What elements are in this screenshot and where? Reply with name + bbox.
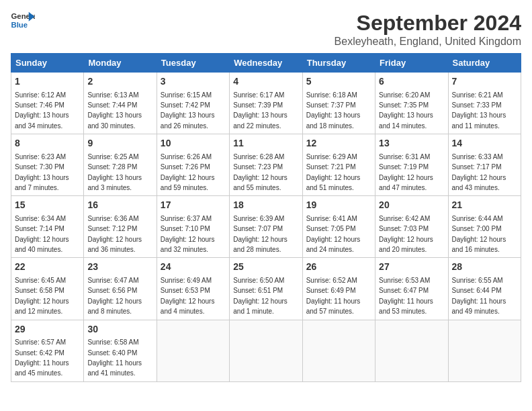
sunrise-info: Sunrise: 6:13 AM	[87, 91, 138, 99]
daylight-label: Daylight: 11 hours and 53 minutes.	[379, 298, 433, 315]
sunset-info: Sunset: 6:58 PM	[15, 287, 64, 294]
table-row: 19 Sunrise: 6:41 AM Sunset: 7:05 PM Dayl…	[302, 196, 375, 258]
sunset-info: Sunset: 6:47 PM	[379, 287, 429, 294]
table-row: 30 Sunrise: 6:58 AM Sunset: 6:40 PM Dayl…	[84, 320, 157, 381]
daylight-label: Daylight: 13 hours and 34 minutes.	[15, 111, 69, 129]
day-number: 15	[15, 199, 80, 212]
daylight-label: Daylight: 12 hours and 28 minutes.	[233, 236, 287, 253]
header-tuesday: Tuesday	[157, 54, 229, 73]
sunrise-info: Sunrise: 6:44 AM	[452, 215, 503, 222]
daylight-label: Daylight: 12 hours and 12 minutes.	[15, 298, 69, 315]
sunrise-info: Sunrise: 6:28 AM	[233, 153, 284, 161]
day-number: 14	[452, 137, 517, 150]
sunset-info: Sunset: 7:37 PM	[306, 101, 356, 109]
table-row: 4 Sunrise: 6:17 AM Sunset: 7:39 PM Dayli…	[230, 73, 302, 134]
daylight-label: Daylight: 12 hours and 1 minute.	[233, 298, 287, 315]
sunrise-info: Sunrise: 6:42 AM	[379, 215, 430, 222]
day-number: 20	[379, 199, 444, 212]
daylight-label: Daylight: 13 hours and 18 minutes.	[306, 111, 361, 129]
sunrise-info: Sunrise: 6:50 AM	[233, 277, 284, 284]
sunrise-info: Sunrise: 6:25 AM	[87, 153, 138, 161]
sunrise-info: Sunrise: 6:29 AM	[306, 153, 357, 161]
sunset-info: Sunset: 6:40 PM	[87, 349, 137, 357]
sunset-info: Sunset: 7:39 PM	[233, 101, 283, 109]
table-row: 8 Sunrise: 6:23 AM Sunset: 7:30 PM Dayli…	[11, 134, 84, 196]
sunrise-info: Sunrise: 6:26 AM	[161, 153, 212, 161]
table-row: 11 Sunrise: 6:28 AM Sunset: 7:23 PM Dayl…	[230, 134, 302, 196]
day-number: 28	[452, 261, 517, 274]
daylight-label: Daylight: 11 hours and 41 minutes.	[87, 359, 142, 377]
table-row: 15 Sunrise: 6:34 AM Sunset: 7:14 PM Dayl…	[11, 196, 84, 258]
sunrise-info: Sunrise: 6:15 AM	[161, 91, 212, 99]
calendar-week-row: 22 Sunrise: 6:45 AM Sunset: 6:58 PM Dayl…	[11, 258, 521, 320]
daylight-label: Daylight: 11 hours and 49 minutes.	[452, 298, 506, 315]
day-number: 13	[379, 137, 444, 150]
daylight-label: Daylight: 13 hours and 22 minutes.	[233, 111, 287, 129]
sunset-info: Sunset: 7:44 PM	[87, 101, 137, 109]
sunset-info: Sunset: 7:30 PM	[15, 163, 64, 171]
sunrise-info: Sunrise: 6:18 AM	[306, 91, 357, 99]
table-row: 14 Sunrise: 6:33 AM Sunset: 7:17 PM Dayl…	[448, 134, 521, 196]
day-number: 17	[161, 199, 226, 212]
table-row: 18 Sunrise: 6:39 AM Sunset: 7:07 PM Dayl…	[230, 196, 302, 258]
page-header: General Blue September 2024 Bexleyheath,…	[11, 11, 521, 48]
table-row: 9 Sunrise: 6:25 AM Sunset: 7:28 PM Dayli…	[84, 134, 157, 196]
sunset-info: Sunset: 7:12 PM	[87, 225, 137, 232]
sunrise-info: Sunrise: 6:17 AM	[233, 91, 284, 99]
table-row: 22 Sunrise: 6:45 AM Sunset: 6:58 PM Dayl…	[11, 258, 84, 320]
sunset-info: Sunset: 7:26 PM	[161, 163, 210, 171]
daylight-label: Daylight: 12 hours and 51 minutes.	[306, 174, 361, 191]
sunset-info: Sunset: 7:00 PM	[452, 225, 502, 232]
daylight-label: Daylight: 12 hours and 47 minutes.	[379, 174, 433, 191]
day-number: 7	[452, 75, 517, 89]
sunset-info: Sunset: 7:05 PM	[306, 225, 356, 232]
table-row	[302, 320, 375, 381]
header-friday: Friday	[375, 54, 448, 73]
daylight-label: Daylight: 12 hours and 36 minutes.	[87, 236, 142, 253]
table-row: 27 Sunrise: 6:53 AM Sunset: 6:47 PM Dayl…	[375, 258, 448, 320]
day-number: 10	[161, 137, 226, 150]
table-row: 6 Sunrise: 6:20 AM Sunset: 7:35 PM Dayli…	[375, 73, 448, 134]
sunrise-info: Sunrise: 6:36 AM	[87, 215, 138, 222]
daylight-label: Daylight: 11 hours and 45 minutes.	[15, 359, 69, 377]
table-row: 7 Sunrise: 6:21 AM Sunset: 7:33 PM Dayli…	[448, 73, 521, 134]
calendar-week-row: 29 Sunrise: 6:57 AM Sunset: 6:42 PM Dayl…	[11, 320, 521, 381]
calendar-table: Sunday Monday Tuesday Wednesday Thursday…	[11, 53, 521, 382]
day-number: 19	[306, 199, 371, 212]
logo: General Blue	[11, 11, 35, 30]
sunset-info: Sunset: 7:03 PM	[379, 225, 429, 232]
daylight-label: Daylight: 13 hours and 3 minutes.	[87, 174, 142, 191]
day-number: 30	[87, 323, 152, 336]
daylight-label: Daylight: 12 hours and 4 minutes.	[161, 298, 215, 315]
table-row: 2 Sunrise: 6:13 AM Sunset: 7:44 PM Dayli…	[84, 73, 157, 134]
day-number: 27	[379, 261, 444, 274]
header-saturday: Saturday	[448, 54, 521, 73]
day-number: 3	[161, 75, 226, 89]
day-number: 25	[233, 261, 298, 274]
sunset-info: Sunset: 7:33 PM	[452, 101, 502, 109]
daylight-label: Daylight: 13 hours and 7 minutes.	[15, 174, 69, 191]
day-number: 24	[161, 261, 226, 274]
day-number: 21	[452, 199, 517, 212]
sunrise-info: Sunrise: 6:31 AM	[379, 153, 430, 161]
day-number: 9	[87, 137, 152, 150]
sunrise-info: Sunrise: 6:21 AM	[452, 91, 503, 99]
daylight-label: Daylight: 12 hours and 16 minutes.	[452, 236, 506, 253]
sunset-info: Sunset: 7:17 PM	[452, 163, 502, 171]
header-thursday: Thursday	[302, 54, 375, 73]
sunset-info: Sunset: 7:07 PM	[233, 225, 283, 232]
table-row: 28 Sunrise: 6:55 AM Sunset: 6:44 PM Dayl…	[448, 258, 521, 320]
sunset-info: Sunset: 7:14 PM	[15, 225, 64, 232]
table-row	[448, 320, 521, 381]
sunrise-info: Sunrise: 6:57 AM	[15, 338, 66, 346]
sunrise-info: Sunrise: 6:20 AM	[379, 91, 430, 99]
table-row: 21 Sunrise: 6:44 AM Sunset: 7:00 PM Dayl…	[448, 196, 521, 258]
daylight-label: Daylight: 13 hours and 11 minutes.	[452, 111, 506, 129]
header-wednesday: Wednesday	[230, 54, 302, 73]
day-number: 4	[233, 75, 298, 89]
sunset-info: Sunset: 7:21 PM	[306, 163, 356, 171]
day-number: 12	[306, 137, 371, 150]
table-row: 1 Sunrise: 6:12 AM Sunset: 7:46 PM Dayli…	[11, 73, 84, 134]
calendar-week-row: 8 Sunrise: 6:23 AM Sunset: 7:30 PM Dayli…	[11, 134, 521, 196]
day-number: 5	[306, 75, 371, 89]
